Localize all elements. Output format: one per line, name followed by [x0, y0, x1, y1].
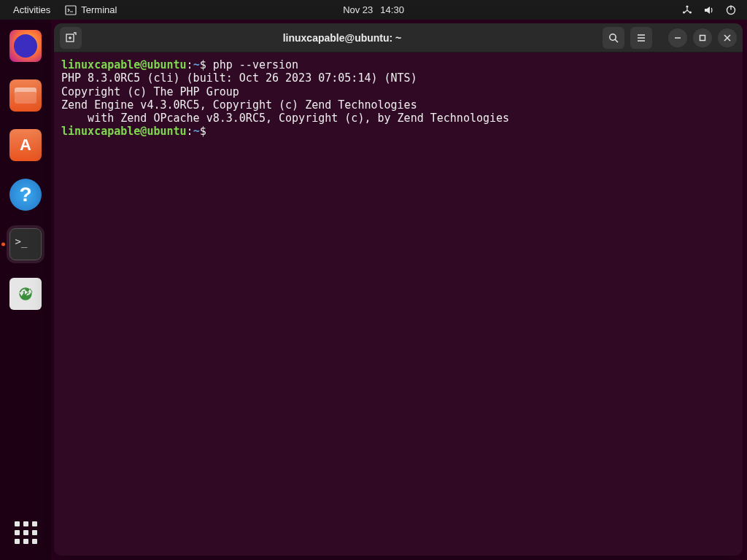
window-title: linuxcapable@ubuntu: ~: [88, 32, 597, 44]
dock-item-help[interactable]: ?: [7, 176, 44, 214]
prompt-sep: :: [187, 58, 193, 71]
prompt-symbol: $: [200, 125, 206, 138]
clock[interactable]: Nov 23 14:30: [343, 4, 404, 15]
svg-point-1: [686, 5, 688, 7]
search-button[interactable]: [603, 27, 624, 49]
terminal-icon: >_: [9, 228, 42, 260]
output-line: Copyright (c) The PHP Group: [61, 85, 239, 98]
prompt-user: linuxcapable@ubuntu: [61, 58, 187, 71]
hamburger-menu-button[interactable]: [630, 27, 652, 49]
dock-item-terminal[interactable]: >_: [7, 225, 44, 263]
prompt-path: ~: [193, 58, 200, 71]
terminal-window: linuxcapable@ubuntu: ~ linuxcapable@ubun…: [54, 23, 743, 556]
svg-rect-5: [730, 5, 731, 9]
network-icon[interactable]: [681, 4, 693, 16]
activities-button[interactable]: Activities: [6, 4, 58, 15]
terminal-content[interactable]: linuxcapable@ubuntu:~$ php --version PHP…: [54, 52, 743, 556]
show-applications-button[interactable]: [11, 518, 40, 547]
trash-icon: [9, 278, 42, 310]
firefox-icon: [9, 30, 42, 62]
clock-time: 14:30: [380, 4, 404, 15]
files-icon: [9, 79, 42, 112]
svg-rect-8: [700, 35, 705, 40]
svg-point-7: [610, 34, 616, 39]
prompt-user: linuxcapable@ubuntu: [61, 125, 187, 138]
output-line: Zend Engine v4.3.0RC5, Copyright (c) Zen…: [61, 98, 417, 112]
prompt-symbol: $: [200, 58, 206, 71]
dock-item-files[interactable]: [7, 77, 44, 114]
dock-item-trash[interactable]: [7, 275, 44, 313]
dock-item-software[interactable]: A: [7, 126, 44, 164]
dock: A ? >_: [0, 20, 51, 560]
minimize-button[interactable]: [668, 28, 687, 47]
power-icon[interactable]: [725, 4, 737, 16]
svg-rect-0: [66, 6, 76, 15]
clock-date: Nov 23: [343, 4, 373, 15]
prompt-sep: :: [187, 125, 193, 138]
new-tab-button[interactable]: [60, 27, 82, 49]
volume-icon[interactable]: [703, 4, 715, 16]
close-button[interactable]: [718, 28, 737, 47]
app-indicator-label: Terminal: [81, 4, 117, 15]
dock-item-firefox[interactable]: [7, 27, 44, 65]
output-line: with Zend OPcache v8.3.0RC5, Copyright (…: [61, 112, 509, 125]
command-text: php --version: [213, 58, 298, 71]
prompt-path: ~: [193, 125, 200, 138]
running-indicator-dot: [1, 243, 5, 246]
app-indicator[interactable]: Terminal: [58, 4, 124, 16]
top-bar: Activities Terminal Nov 23 14:30: [0, 0, 747, 20]
titlebar: linuxcapable@ubuntu: ~: [54, 23, 743, 52]
maximize-button[interactable]: [693, 28, 712, 47]
terminal-indicator-icon: [65, 4, 77, 16]
software-icon: A: [9, 129, 42, 161]
help-icon: ?: [9, 179, 42, 211]
output-line: PHP 8.3.0RC5 (cli) (built: Oct 26 2023 0…: [61, 71, 417, 85]
